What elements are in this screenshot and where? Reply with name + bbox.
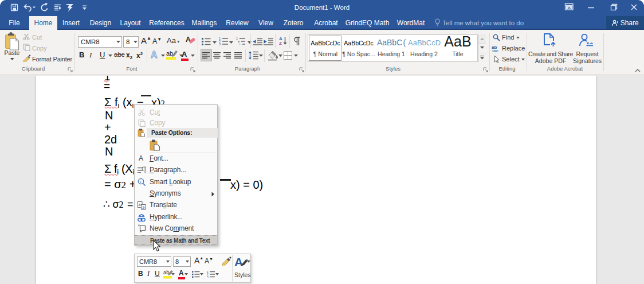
svg-text:Z: Z (279, 41, 282, 45)
svg-text:ab: ab (166, 50, 173, 57)
svg-text:ac: ac (493, 48, 498, 52)
svg-text:A: A (151, 50, 158, 60)
svg-text:3: 3 (219, 42, 221, 45)
svg-text:i: i (239, 42, 240, 45)
svg-text:i: i (140, 179, 141, 184)
svg-text:a: a (139, 203, 141, 207)
svg-text:3: 3 (207, 275, 209, 278)
svg-text:A: A (234, 255, 243, 269)
svg-text:あ: あ (142, 205, 146, 210)
svg-text:Document1 - Word: Document1 - Word (294, 4, 350, 11)
